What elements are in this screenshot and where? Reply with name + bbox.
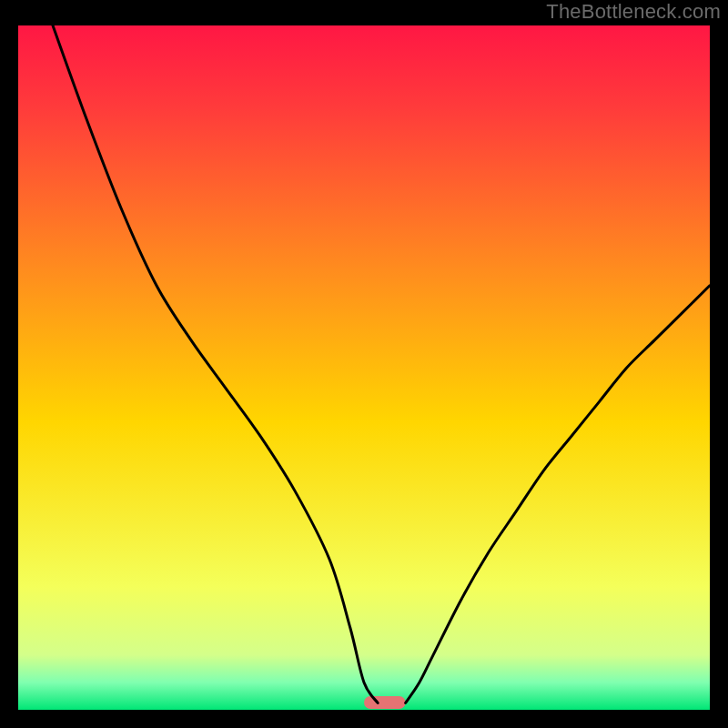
plot-area — [18, 25, 710, 710]
watermark-text: TheBottleneck.com — [546, 0, 721, 24]
optimal-marker — [364, 696, 406, 709]
gradient-background — [18, 25, 710, 710]
chart-container: TheBottleneck.com — [0, 0, 728, 728]
chart-svg — [18, 25, 710, 710]
